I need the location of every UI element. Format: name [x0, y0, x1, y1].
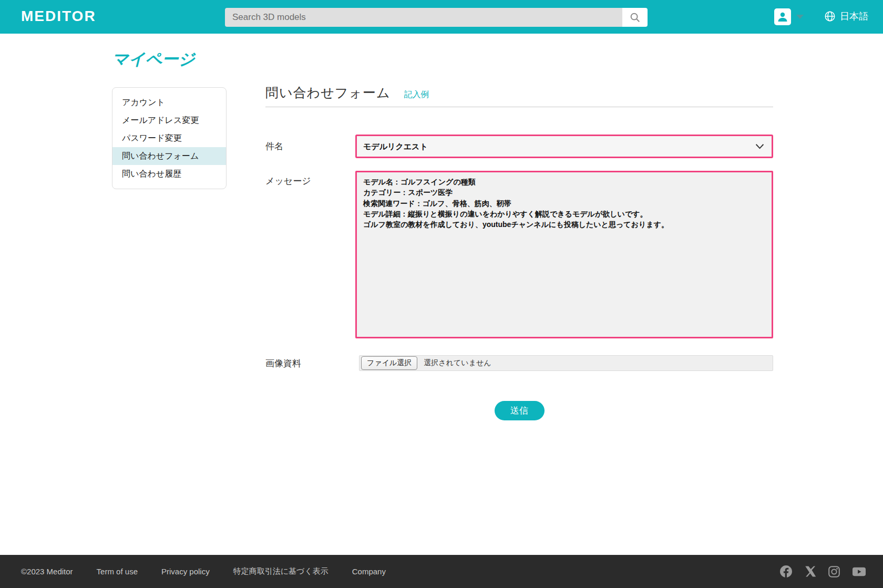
search-bar	[225, 8, 648, 27]
form-title: 問い合わせフォーム	[265, 84, 391, 101]
page-title: マイページ	[112, 48, 195, 70]
subject-select[interactable]: モデルリクエスト	[357, 136, 772, 157]
footer-link[interactable]: Company	[352, 567, 386, 576]
header: MEDITOR 日本語	[0, 0, 883, 34]
search-button[interactable]	[622, 8, 648, 27]
example-link[interactable]: 記入例	[404, 89, 429, 100]
user-avatar-icon	[774, 8, 791, 25]
chevron-down-icon	[796, 15, 804, 19]
globe-icon	[824, 11, 836, 22]
file-label: 画像資料	[265, 357, 355, 369]
language-label: 日本語	[840, 10, 868, 23]
file-select-button[interactable]: ファイル選択	[361, 356, 417, 370]
search-icon	[629, 12, 641, 23]
sidebar-menu: アカウントメールアドレス変更パスワード変更問い合わせフォーム問い合わせ履歴	[112, 94, 226, 183]
x-icon[interactable]	[804, 565, 816, 577]
subject-label: 件名	[265, 140, 355, 152]
brand-logo[interactable]: MEDITOR	[21, 8, 96, 25]
subject-row: 件名 モデルリクエスト	[265, 135, 773, 158]
file-status-text: 選択されていません	[424, 358, 491, 368]
language-selector[interactable]: 日本語	[824, 10, 868, 23]
subject-select-wrap: モデルリクエスト	[355, 135, 773, 158]
file-input[interactable]: ファイル選択 選択されていません	[359, 355, 773, 371]
sidebar-item[interactable]: 問い合わせ履歴	[112, 165, 226, 183]
submit-button[interactable]: 送信	[495, 401, 545, 420]
sidebar-item[interactable]: パスワード変更	[112, 129, 226, 147]
footer-link[interactable]: Term of use	[97, 567, 138, 576]
sidebar-item[interactable]: メールアドレス変更	[112, 111, 226, 129]
contact-form: 問い合わせフォーム 記入例 件名 モデルリクエスト メッセージ モデル名：ゴルフ…	[265, 84, 773, 420]
footer-copyright: ©2023 Meditor	[21, 567, 73, 576]
footer-link[interactable]: 特定商取引法に基づく表示	[233, 566, 328, 576]
footer: ©2023 MeditorTerm of usePrivacy policy特定…	[0, 555, 883, 588]
message-label: メッセージ	[265, 171, 355, 187]
account-menu[interactable]	[774, 8, 804, 25]
facebook-icon[interactable]	[779, 565, 793, 578]
form-header: 問い合わせフォーム 記入例	[265, 84, 773, 107]
sidebar: アカウントメールアドレス変更パスワード変更問い合わせフォーム問い合わせ履歴	[112, 87, 227, 189]
sidebar-item[interactable]: 問い合わせフォーム	[112, 147, 226, 165]
message-textarea[interactable]: モデル名：ゴルフスイングの種類 カテゴリー：スポーツ医学 検索関連ワード：ゴルフ…	[355, 171, 773, 338]
sidebar-item[interactable]: アカウント	[112, 94, 226, 111]
footer-social	[779, 565, 866, 578]
footer-link[interactable]: Privacy policy	[161, 567, 210, 576]
instagram-icon[interactable]	[828, 565, 840, 578]
file-row: 画像資料 ファイル選択 選択されていません	[265, 355, 773, 371]
main-content: マイページ アカウントメールアドレス変更パスワード変更問い合わせフォーム問い合わ…	[0, 34, 883, 555]
youtube-icon[interactable]	[852, 566, 866, 577]
message-row: メッセージ モデル名：ゴルフスイングの種類 カテゴリー：スポーツ医学 検索関連ワ…	[265, 171, 773, 338]
search-input[interactable]	[225, 8, 622, 27]
footer-links: ©2023 MeditorTerm of usePrivacy policy特定…	[21, 566, 386, 576]
